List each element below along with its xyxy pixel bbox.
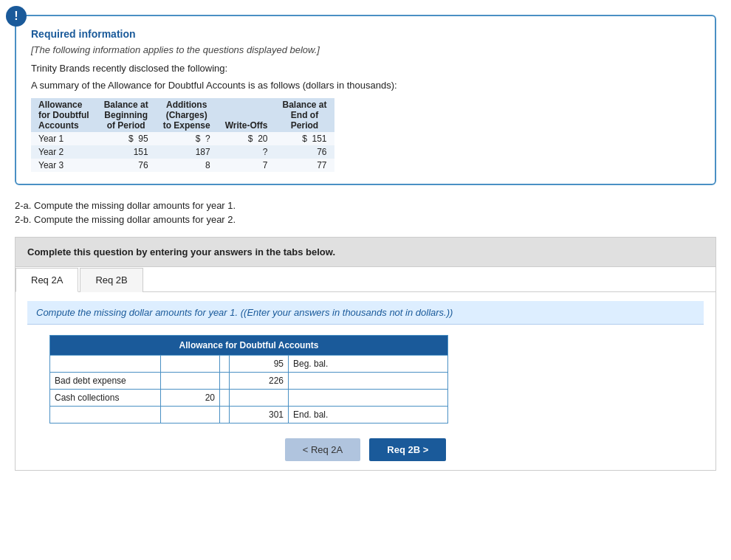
instruction-parenthetical: ((Enter your answers in thousands not in… <box>241 307 453 318</box>
table-header: Allowance for Doubtful Accounts <box>50 336 448 356</box>
info-subtitle: [The following information applies to th… <box>31 44 700 55</box>
info-paragraph2: A summary of the Allowance for Doubtful … <box>31 80 700 91</box>
prev-button[interactable]: < Req 2A <box>285 438 361 461</box>
row4-separator <box>220 407 230 424</box>
question-2a: 2-a. Compute the missing dollar amounts … <box>15 200 716 211</box>
row1-right-val: 95 <box>230 356 289 373</box>
table-row: Year 2 151 187 ? 76 <box>31 145 334 159</box>
complete-text: Complete this question by entering your … <box>27 246 335 257</box>
row2-left-input[interactable] <box>161 373 220 390</box>
row4-right-val: 301 <box>230 407 289 424</box>
row4-right-text: End. bal. <box>289 407 448 424</box>
table-row: Year 1 $ 95 $ ? $ 20 $ 151 <box>31 132 334 145</box>
complete-box: Complete this question by entering your … <box>15 237 716 267</box>
bottom-buttons: < Req 2A Req 2B > <box>27 438 704 461</box>
instruction-text: Compute the missing dollar amounts for y… <box>36 307 238 318</box>
row4-left-input[interactable] <box>161 407 220 424</box>
info-paragraph1: Trinity Brands recently disclosed the fo… <box>31 63 700 74</box>
row2-separator <box>220 373 230 390</box>
row3-right-text-field[interactable] <box>293 393 443 403</box>
tab-content: Compute the missing dollar amounts for y… <box>16 292 715 470</box>
table-row: 95 Beg. bal. <box>50 356 448 373</box>
next-button[interactable]: Req 2B > <box>369 438 446 461</box>
row4-left-field[interactable] <box>165 409 215 420</box>
row3-separator <box>220 390 230 407</box>
table-header-row: Allowance for Doubtful Accounts <box>50 336 448 356</box>
row2-left-field[interactable] <box>165 376 215 386</box>
tab-req2a[interactable]: Req 2A <box>16 268 78 292</box>
info-box: ! Required information [The following in… <box>15 15 716 185</box>
tabs-container: Req 2A Req 2B Compute the missing dollar… <box>15 267 716 471</box>
row2-label: Bad debt expense <box>50 373 161 390</box>
required-info-title: Required information <box>31 28 700 40</box>
row3-label: Cash collections <box>50 390 161 407</box>
info-icon: ! <box>6 6 27 27</box>
allowance-input-table: Allowance for Doubtful Accounts 95 Beg. … <box>49 335 448 424</box>
tabs-row: Req 2A Req 2B <box>16 267 715 292</box>
row4-label <box>50 407 161 424</box>
row1-separator <box>220 356 230 373</box>
row1-label <box>50 356 161 373</box>
row2-right-text[interactable] <box>289 373 448 390</box>
row3-left-val: 20 <box>161 390 220 407</box>
row1-left-field[interactable] <box>165 359 215 369</box>
row1-right-text: Beg. bal. <box>289 356 448 373</box>
row3-right-field[interactable] <box>234 393 284 403</box>
row3-right-text[interactable] <box>289 390 448 407</box>
row3-right-input[interactable] <box>230 390 289 407</box>
tab-req2b[interactable]: Req 2B <box>80 268 143 292</box>
questions-section: 2-a. Compute the missing dollar amounts … <box>15 200 716 225</box>
row2-right-val: 226 <box>230 373 289 390</box>
instruction-bar: Compute the missing dollar amounts for y… <box>27 301 704 325</box>
table-row: Bad debt expense 226 <box>50 373 448 390</box>
summary-table: Allowancefor DoubtfulAccounts Balance at… <box>31 98 334 172</box>
table-row: Cash collections 20 <box>50 390 448 407</box>
row2-right-field[interactable] <box>293 376 443 386</box>
table-row: 301 End. bal. <box>50 407 448 424</box>
row1-left-input[interactable] <box>161 356 220 373</box>
question-2b: 2-b. Compute the missing dollar amounts … <box>15 214 716 225</box>
table-row: Year 3 76 8 7 77 <box>31 159 334 172</box>
